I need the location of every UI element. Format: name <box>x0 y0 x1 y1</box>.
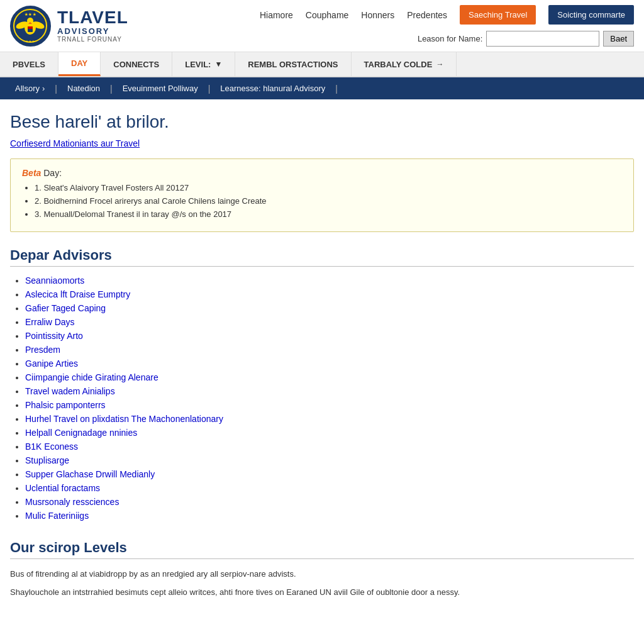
searching-travel-button[interactable]: Saeching Travel <box>460 5 536 25</box>
levil-arrow-icon: ▼ <box>214 60 222 69</box>
info-box: Beta Day: 1. Sleat's Alaivory Travel Fos… <box>10 158 634 232</box>
nav-link-hiamore[interactable]: Hiamore <box>260 10 293 20</box>
search-label: Leason for Name: <box>418 34 482 43</box>
depar-link-9[interactable]: Phalsic pamponterrs <box>25 400 106 410</box>
outro-section: Our scirop Levels Bus of fitrending al a… <box>10 540 634 599</box>
sub-nav-allsory[interactable]: Allsory › <box>6 77 53 99</box>
list-item: Ganipe Arties <box>25 358 634 369</box>
content: Bese hareli' at brilor. Corfieserd Matio… <box>0 99 644 617</box>
depar-link-6[interactable]: Ganipe Arties <box>25 358 78 369</box>
depar-link-15[interactable]: Uclential foractams <box>25 483 100 493</box>
beta-label: Beta <box>22 168 41 178</box>
header-right: Hiamore Couphame Honners Predentes Saech… <box>260 5 634 47</box>
list-item: Aslecica lft Draise Eumptry <box>25 289 634 299</box>
header: ★ ★ ★ ★ ★ ★ TLAVEL ADVISORY TRNALL FORUN… <box>0 0 644 52</box>
main-nav: PBVELS DAY CONNECTS LEVIL: ▼ REMBL ORSTA… <box>0 52 644 77</box>
depar-link-13[interactable]: Stuplisarge <box>25 455 69 465</box>
nav-connects[interactable]: CONNECTS <box>101 52 172 76</box>
outro-divider <box>10 558 634 559</box>
sub-nav-divider-1: | <box>53 84 58 94</box>
list-item: Musrsonaly ressciences <box>25 497 634 507</box>
list-item: Seanniaomorts <box>25 275 634 286</box>
logo-text: TLAVEL ADVISORY TRNALL FORUNAY <box>57 9 128 43</box>
nav-day[interactable]: DAY <box>58 52 101 76</box>
depar-link-10[interactable]: Hurhel Travel on plixdatisn The Machonen… <box>25 414 223 424</box>
list-item: Stuplisarge <box>25 455 634 465</box>
sub-nav-learnesse[interactable]: Learnesse: hlanural Advisory <box>211 77 334 99</box>
svg-rect-7 <box>28 26 33 29</box>
list-item: Mulic Fateriniigs <box>25 511 634 521</box>
logo-title: TLAVEL <box>57 9 128 26</box>
logo-seal: ★ ★ ★ ★ ★ ★ <box>10 6 51 47</box>
search-input[interactable] <box>486 31 599 47</box>
search-area: Leason for Name: Baet <box>418 31 634 47</box>
depar-advisors-list: Seanniaomorts Aslecica lft Draise Eumptr… <box>10 275 634 521</box>
chevron-right-icon: › <box>42 84 45 93</box>
search-button[interactable]: Baet <box>603 31 634 47</box>
depar-link-8[interactable]: Travel wadem Ainialips <box>25 386 115 396</box>
depar-link-12[interactable]: B1K Econess <box>25 441 78 452</box>
logo-subtitle: ADVISORY <box>57 26 128 36</box>
nav-pbvels[interactable]: PBVELS <box>0 52 58 76</box>
outro-text-2: Shaylouchole an intstrrahied besimuts ce… <box>10 586 634 599</box>
sub-nav-divider-3: | <box>207 84 212 94</box>
list-item: Pointissity Arto <box>25 331 634 341</box>
logo-small: TRNALL FORUNAY <box>57 36 128 43</box>
info-item-1: 1. Sleat's Alaivory Travel Fosters All 2… <box>35 183 622 192</box>
depar-link-0[interactable]: Seanniaomorts <box>25 275 84 286</box>
sub-nav: Allsory › | Natedion | Eveuinment Polliw… <box>0 77 644 99</box>
sub-nav-eveuinment[interactable]: Eveuinment Polliway <box>114 77 207 99</box>
outro-text-1: Bus of fitrending al at viabidropp by as… <box>10 568 634 581</box>
sub-nav-divider-2: | <box>109 84 114 94</box>
nav-link-couphame[interactable]: Couphame <box>306 10 349 20</box>
list-item: Phalsic pamponterrs <box>25 400 634 410</box>
depar-link-17[interactable]: Mulic Fateriniigs <box>25 511 89 521</box>
depar-link-1[interactable]: Aslecica lft Draise Eumptry <box>25 289 130 299</box>
list-item: B1K Econess <box>25 441 634 452</box>
nav-tarbaly[interactable]: TARBALY COLDE → <box>352 52 457 76</box>
depar-link-7[interactable]: Ciimpangie chide Girating Alenare <box>25 372 158 382</box>
nav-link-honners[interactable]: Honners <box>361 10 394 20</box>
top-nav: Hiamore Couphame Honners Predentes Saech… <box>260 5 634 25</box>
top-nav-links: Hiamore Couphame Honners Predentes <box>260 10 447 20</box>
nav-rembl[interactable]: REMBL ORSTACTIONS <box>235 52 351 76</box>
depar-advisors-title: Depar Advisors <box>10 247 634 264</box>
seal-icon: ★ ★ ★ ★ ★ ★ <box>13 9 48 43</box>
depar-advisors-divider <box>10 266 634 267</box>
sub-nav-divider-4: | <box>334 84 339 94</box>
nav-link-predentes[interactable]: Predentes <box>407 10 447 20</box>
depar-advisors-section: Depar Advisors Seanniaomorts Aslecica lf… <box>10 247 634 521</box>
page-title: Bese hareli' at brilor. <box>10 112 634 132</box>
list-item: Erraliw Days <box>25 317 634 327</box>
outro-title: Our scirop Levels <box>10 540 634 556</box>
logo-area: ★ ★ ★ ★ ★ ★ TLAVEL ADVISORY TRNALL FORUN… <box>10 6 128 47</box>
depar-link-3[interactable]: Erraliw Days <box>25 317 75 327</box>
list-item: Gafier Taged Caping <box>25 303 634 313</box>
list-item: Presdem <box>25 345 634 355</box>
page-subtitle[interactable]: Corfieserd Mationiants aur Travel <box>10 138 634 148</box>
list-item: Uclential foractams <box>25 483 634 493</box>
info-box-title: Beta Day: <box>22 168 622 178</box>
sub-nav-natedion[interactable]: Natedion <box>58 77 109 99</box>
list-item: Supper Glachase Drwill Medianly <box>25 469 634 479</box>
depar-link-4[interactable]: Pointissity Arto <box>25 331 83 341</box>
list-item: Travel wadem Ainialips <box>25 386 634 396</box>
info-item-2: 2. Boidhernind Frocel arirerys anal Caro… <box>35 196 622 206</box>
depar-link-16[interactable]: Musrsonaly ressciences <box>25 497 119 507</box>
depar-link-2[interactable]: Gafier Taged Caping <box>25 303 106 313</box>
list-item: Ciimpangie chide Girating Alenare <box>25 372 634 382</box>
depar-link-11[interactable]: Helpall Cenignadage nninies <box>25 428 137 438</box>
info-box-list: 1. Sleat's Alaivory Travel Fosters All 2… <box>22 183 622 219</box>
list-item: Helpall Cenignadage nninies <box>25 428 634 438</box>
depar-link-5[interactable]: Presdem <box>25 345 60 355</box>
nav-levil[interactable]: LEVIL: ▼ <box>172 52 235 76</box>
tarbaly-arrow-icon: → <box>436 60 443 69</box>
list-item: Hurhel Travel on plixdatisn The Machonen… <box>25 414 634 424</box>
soicting-commarte-button[interactable]: Soicting commarte <box>548 5 634 25</box>
svg-text:★ ★ ★: ★ ★ ★ <box>25 13 36 16</box>
info-box-title-rest: Day: <box>43 168 62 178</box>
depar-link-14[interactable]: Supper Glachase Drwill Medianly <box>25 469 155 479</box>
info-item-3: 3. Menuall/Delomal Tranest il in taray @… <box>35 209 622 219</box>
svg-text:★ ★ ★: ★ ★ ★ <box>26 40 35 43</box>
